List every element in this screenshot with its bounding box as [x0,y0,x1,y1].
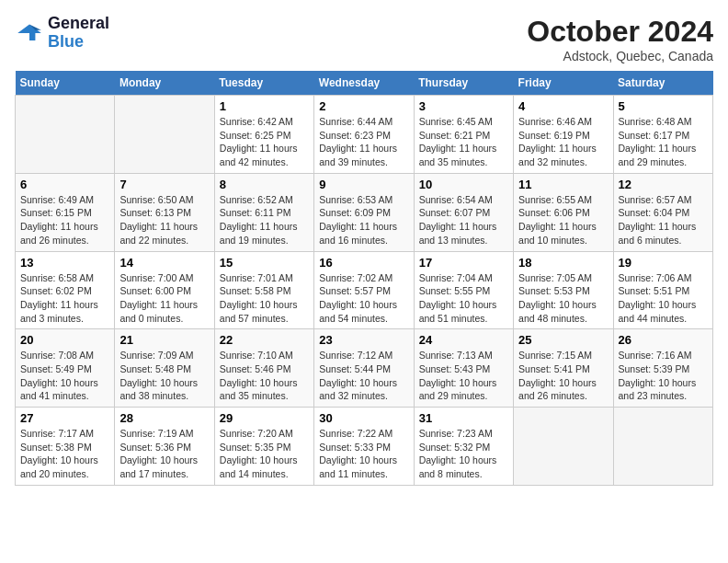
weekday-header: Sunday [16,71,115,96]
day-info: Sunrise: 6:58 AMSunset: 6:02 PMDaylight:… [20,271,109,326]
day-number: 2 [319,99,408,113]
day-number: 30 [319,411,408,425]
calendar-week-row: 20Sunrise: 7:08 AMSunset: 5:49 PMDayligh… [16,329,713,408]
calendar-cell: 18Sunrise: 7:05 AMSunset: 5:53 PMDayligh… [514,251,613,329]
day-info: Sunrise: 6:57 AMSunset: 6:04 PMDaylight:… [619,193,708,247]
calendar-week-row: 13Sunrise: 6:58 AMSunset: 6:02 PMDayligh… [16,251,713,329]
day-info: Sunrise: 7:15 AMSunset: 5:41 PMDaylight:… [518,349,608,403]
calendar-cell: 28Sunrise: 7:19 AMSunset: 5:36 PMDayligh… [115,408,214,486]
calendar-week-row: 27Sunrise: 7:17 AMSunset: 5:38 PMDayligh… [16,408,713,486]
logo-bird-icon [15,18,44,48]
calendar-cell: 26Sunrise: 7:16 AMSunset: 5:39 PMDayligh… [613,329,712,408]
calendar-cell: 2Sunrise: 6:44 AMSunset: 6:23 PMDaylight… [314,96,414,174]
calendar-cell: 12Sunrise: 6:57 AMSunset: 6:04 PMDayligh… [613,173,712,251]
calendar-cell: 30Sunrise: 7:22 AMSunset: 5:33 PMDayligh… [314,408,414,486]
day-number: 27 [20,411,109,425]
day-info: Sunrise: 7:20 AMSunset: 5:35 PMDaylight:… [220,427,309,481]
day-info: Sunrise: 6:54 AMSunset: 6:07 PMDaylight:… [419,193,508,247]
calendar-cell: 21Sunrise: 7:09 AMSunset: 5:48 PMDayligh… [115,329,214,408]
day-info: Sunrise: 7:00 AMSunset: 6:00 PMDaylight:… [119,271,209,326]
day-info: Sunrise: 7:19 AMSunset: 5:36 PMDaylight:… [119,427,209,481]
day-number: 16 [319,256,408,270]
day-info: Sunrise: 7:23 AMSunset: 5:32 PMDaylight:… [419,427,508,481]
day-info: Sunrise: 6:44 AMSunset: 6:23 PMDaylight:… [319,115,408,169]
day-number: 21 [119,333,209,347]
day-info: Sunrise: 7:08 AMSunset: 5:49 PMDaylight:… [20,349,109,403]
calendar-cell: 31Sunrise: 7:23 AMSunset: 5:32 PMDayligh… [414,408,513,486]
day-info: Sunrise: 6:45 AMSunset: 6:21 PMDaylight:… [419,115,508,169]
weekday-header: Saturday [613,71,712,96]
weekday-header: Tuesday [214,71,313,96]
day-info: Sunrise: 7:17 AMSunset: 5:38 PMDaylight:… [20,427,109,481]
calendar-cell: 6Sunrise: 6:49 AMSunset: 6:15 PMDaylight… [16,173,115,251]
day-number: 19 [619,256,708,270]
day-info: Sunrise: 7:05 AMSunset: 5:53 PMDaylight:… [518,271,608,326]
title-block: October 2024 Adstock, Quebec, Canada [527,15,713,63]
month-title: October 2024 [527,15,713,49]
day-info: Sunrise: 7:12 AMSunset: 5:44 PMDaylight:… [319,349,408,403]
calendar-cell: 20Sunrise: 7:08 AMSunset: 5:49 PMDayligh… [16,329,115,408]
logo: General Blue [15,15,109,52]
day-info: Sunrise: 6:48 AMSunset: 6:17 PMDaylight:… [619,115,708,169]
page-header: General Blue October 2024 Adstock, Quebe… [15,15,713,63]
day-number: 9 [319,178,408,191]
day-info: Sunrise: 7:01 AMSunset: 5:58 PMDaylight:… [220,271,309,326]
day-number: 29 [220,411,309,425]
calendar-cell: 15Sunrise: 7:01 AMSunset: 5:58 PMDayligh… [214,251,313,329]
calendar-cell: 23Sunrise: 7:12 AMSunset: 5:44 PMDayligh… [314,329,414,408]
day-info: Sunrise: 7:10 AMSunset: 5:46 PMDaylight:… [220,349,309,403]
calendar-cell [16,96,115,174]
day-number: 24 [419,333,508,347]
calendar-cell: 24Sunrise: 7:13 AMSunset: 5:43 PMDayligh… [414,329,513,408]
calendar-cell: 9Sunrise: 6:53 AMSunset: 6:09 PMDaylight… [314,173,414,251]
day-number: 31 [419,411,508,425]
calendar-cell: 22Sunrise: 7:10 AMSunset: 5:46 PMDayligh… [214,329,313,408]
day-number: 23 [319,333,408,347]
calendar-cell: 5Sunrise: 6:48 AMSunset: 6:17 PMDaylight… [613,96,712,174]
calendar-cell: 17Sunrise: 7:04 AMSunset: 5:55 PMDayligh… [414,251,513,329]
weekday-header: Monday [115,71,214,96]
day-info: Sunrise: 6:49 AMSunset: 6:15 PMDaylight:… [20,193,109,247]
day-number: 22 [220,333,309,347]
day-number: 25 [518,333,608,347]
calendar-cell [613,408,712,486]
day-number: 18 [518,256,608,270]
day-info: Sunrise: 6:53 AMSunset: 6:09 PMDaylight:… [319,193,408,247]
day-number: 14 [119,256,209,270]
day-number: 28 [119,411,209,425]
day-number: 5 [619,99,708,113]
weekday-header: Wednesday [314,71,414,96]
day-number: 13 [20,256,109,270]
day-number: 8 [220,178,309,191]
calendar-cell: 25Sunrise: 7:15 AMSunset: 5:41 PMDayligh… [514,329,613,408]
calendar-cell [514,408,613,486]
day-info: Sunrise: 7:13 AMSunset: 5:43 PMDaylight:… [419,349,508,403]
day-info: Sunrise: 7:09 AMSunset: 5:48 PMDaylight:… [119,349,209,403]
calendar-cell: 14Sunrise: 7:00 AMSunset: 6:00 PMDayligh… [115,251,214,329]
day-number: 6 [20,178,109,191]
day-info: Sunrise: 7:22 AMSunset: 5:33 PMDaylight:… [319,427,408,481]
day-info: Sunrise: 7:02 AMSunset: 5:57 PMDaylight:… [319,271,408,326]
day-info: Sunrise: 7:16 AMSunset: 5:39 PMDaylight:… [619,349,708,403]
day-number: 26 [619,333,708,347]
calendar-cell: 27Sunrise: 7:17 AMSunset: 5:38 PMDayligh… [16,408,115,486]
day-number: 20 [20,333,109,347]
day-info: Sunrise: 6:50 AMSunset: 6:13 PMDaylight:… [119,193,209,247]
calendar-cell [115,96,214,174]
calendar-cell: 19Sunrise: 7:06 AMSunset: 5:51 PMDayligh… [613,251,712,329]
calendar-cell: 4Sunrise: 6:46 AMSunset: 6:19 PMDaylight… [514,96,613,174]
calendar-cell: 10Sunrise: 6:54 AMSunset: 6:07 PMDayligh… [414,173,513,251]
calendar-cell: 3Sunrise: 6:45 AMSunset: 6:21 PMDaylight… [414,96,513,174]
calendar-table: SundayMondayTuesdayWednesdayThursdayFrid… [15,71,713,486]
day-info: Sunrise: 6:52 AMSunset: 6:11 PMDaylight:… [220,193,309,247]
calendar-cell: 16Sunrise: 7:02 AMSunset: 5:57 PMDayligh… [314,251,414,329]
day-number: 12 [619,178,708,191]
day-number: 10 [419,178,508,191]
logo-blue: Blue [48,33,109,52]
svg-marker-0 [17,24,41,40]
day-info: Sunrise: 7:04 AMSunset: 5:55 PMDaylight:… [419,271,508,326]
day-number: 4 [518,99,608,113]
calendar-cell: 29Sunrise: 7:20 AMSunset: 5:35 PMDayligh… [214,408,313,486]
day-number: 15 [220,256,309,270]
day-info: Sunrise: 6:42 AMSunset: 6:25 PMDaylight:… [220,115,309,169]
